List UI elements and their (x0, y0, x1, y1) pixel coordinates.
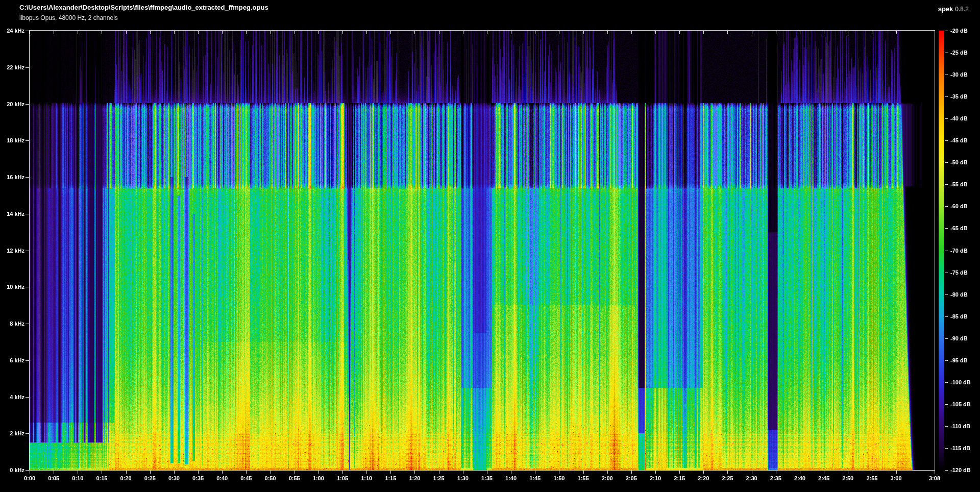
app-version: 0.8.2 (955, 6, 969, 13)
freq-tick-label: 10 kHz (0, 284, 24, 290)
freq-tick-label: 8 kHz (0, 321, 24, 327)
file-path-title: C:\Users\Alexander\Desktop\Scripts\files… (19, 4, 268, 11)
freq-tick-label: 24 kHz (0, 28, 24, 34)
spectrogram-plot (0, 0, 980, 492)
time-tick-label: 3:00 (880, 475, 913, 481)
freq-tick-label: 18 kHz (0, 137, 24, 143)
db-tick-label: -40 dB (950, 115, 968, 121)
time-tick-label: 3:08 (918, 475, 951, 481)
freq-tick-label: 12 kHz (0, 248, 24, 254)
freq-tick-label: 0 kHz (0, 467, 24, 473)
db-tick-label: -75 dB (950, 269, 968, 276)
db-tick-label: -60 dB (950, 203, 968, 209)
db-tick-label: -65 dB (950, 225, 968, 231)
db-tick-label: -90 dB (950, 335, 968, 341)
db-tick-label: -100 dB (950, 379, 971, 385)
freq-tick-label: 20 kHz (0, 101, 24, 107)
freq-tick-label: 22 kHz (0, 64, 24, 70)
db-tick-label: -55 dB (950, 181, 968, 187)
freq-tick-label: 4 kHz (0, 394, 24, 400)
app-brand: spek0.8.2 (938, 4, 969, 13)
db-tick-label: -45 dB (950, 137, 968, 143)
db-tick-label: -70 dB (950, 248, 968, 254)
db-tick-label: -35 dB (950, 93, 968, 100)
db-tick-label: -25 dB (950, 50, 968, 56)
app-name: spek (938, 5, 953, 13)
db-tick-label: -50 dB (950, 159, 968, 165)
db-tick-label: -30 dB (950, 71, 968, 78)
db-tick-label: -80 dB (950, 291, 968, 298)
db-tick-label: -115 dB (950, 445, 970, 451)
db-tick-label: -20 dB (950, 28, 968, 34)
freq-tick-label: 14 kHz (0, 211, 24, 217)
db-tick-label: -110 dB (950, 423, 970, 429)
freq-tick-label: 16 kHz (0, 174, 24, 180)
freq-tick-label: 2 kHz (0, 430, 24, 436)
db-tick-label: -105 dB (950, 401, 971, 407)
spek-window: C:\Users\Alexander\Desktop\Scripts\files… (0, 0, 980, 492)
db-tick-label: -120 dB (950, 467, 971, 473)
freq-tick-label: 6 kHz (0, 357, 24, 363)
format-info: libopus Opus, 48000 Hz, 2 channels (19, 14, 118, 21)
db-tick-label: -95 dB (950, 357, 968, 363)
db-tick-label: -85 dB (950, 313, 968, 319)
